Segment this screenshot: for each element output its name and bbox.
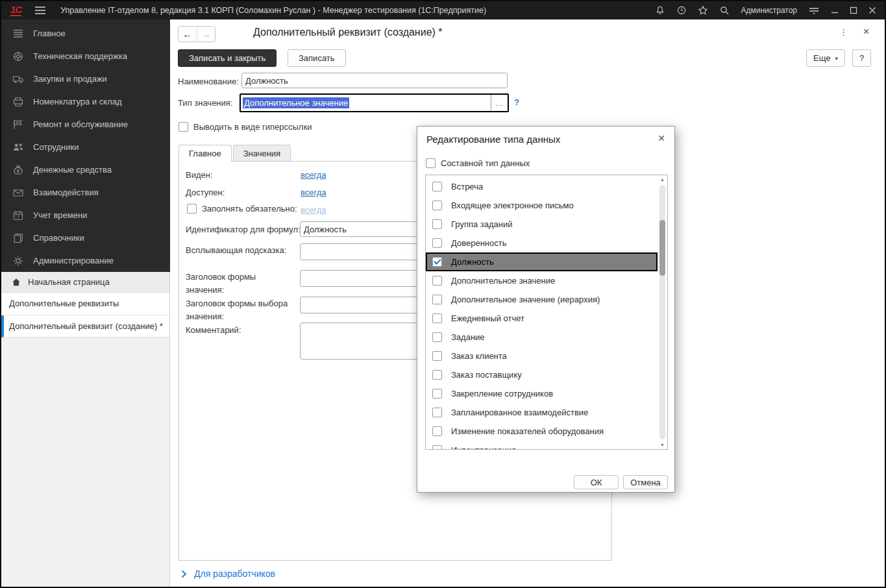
home-page-item[interactable]: Начальная страница <box>1 272 169 293</box>
hyperlink-checkbox-row[interactable]: Выводить в виде гиперссылки <box>178 122 312 132</box>
form-close-icon[interactable]: ✕ <box>863 27 870 36</box>
required-checkbox[interactable] <box>187 204 197 214</box>
scrollbar-track[interactable] <box>659 185 665 439</box>
service-menu-icon[interactable] <box>808 5 820 16</box>
type-row[interactable]: Заказ поставщику <box>426 365 658 384</box>
available-value-link[interactable]: всегда <box>301 188 326 197</box>
hyperlink-checkbox[interactable] <box>178 122 188 132</box>
type-row[interactable]: Входящее электронное письмо <box>426 196 658 215</box>
type-checkbox[interactable] <box>432 351 442 361</box>
notifications-bell-icon[interactable] <box>655 5 665 16</box>
maximize-icon[interactable] <box>850 6 857 14</box>
type-checkbox[interactable] <box>432 408 442 417</box>
close-window-icon[interactable] <box>868 6 876 14</box>
favorites-star-icon[interactable] <box>698 5 708 16</box>
type-checkbox[interactable] <box>432 182 442 191</box>
type-checkbox[interactable] <box>432 238 442 248</box>
ok-button[interactable]: ОК <box>574 475 619 489</box>
page-tab-additional-attributes[interactable]: Дополнительные реквизиты <box>1 293 169 315</box>
save-button[interactable]: Записать <box>288 49 346 67</box>
type-checkbox[interactable] <box>432 332 442 342</box>
type-row[interactable]: Дополнительное значение <box>426 271 658 290</box>
value-type-input[interactable]: Дополнительное значение ... <box>240 93 509 112</box>
type-checkbox[interactable] <box>432 201 442 210</box>
minimize-icon[interactable] <box>831 6 839 14</box>
value-type-ellipsis-button[interactable]: ... <box>491 95 508 111</box>
name-input[interactable] <box>241 73 508 88</box>
type-row[interactable]: Заказ клиента <box>426 347 658 365</box>
sidebar-item-interactions[interactable]: Взаимодействия <box>1 181 170 204</box>
sidebar-item-repair-service[interactable]: Ремонт и обслуживание <box>1 113 170 136</box>
composite-type-checkbox-row[interactable]: Составной тип данных <box>426 158 530 168</box>
sidebar-item-nomenclature-warehouse[interactable]: Номенклатура и склад <box>1 90 170 113</box>
type-row[interactable]: Инвентаризация <box>426 441 658 450</box>
sidebar-item-employees[interactable]: Сотрудники <box>1 136 170 158</box>
sidebar-item-tech-support[interactable]: Техническая поддержка <box>1 45 170 67</box>
type-checkbox[interactable] <box>432 445 442 450</box>
sidebar-item-time-tracking[interactable]: 7 Учет времени <box>1 204 170 227</box>
sidebar-item-money[interactable]: Денежные средства <box>1 158 170 181</box>
comment-label: Комментарий: <box>186 325 241 335</box>
type-checkbox[interactable] <box>432 295 442 304</box>
name-label: Наименование: <box>178 77 239 86</box>
chevron-right-icon <box>181 570 187 578</box>
type-row[interactable]: Встреча <box>426 177 658 196</box>
for-developers-group[interactable]: Для разработчиков <box>181 569 275 579</box>
value-type-help-icon[interactable]: ? <box>514 97 519 107</box>
type-checkbox[interactable] <box>432 276 442 286</box>
type-row-selected[interactable]: Должность <box>426 252 658 271</box>
visible-value-link[interactable]: всегда <box>301 170 326 180</box>
hamburger-menu-icon[interactable] <box>34 6 46 15</box>
more-button[interactable]: Еще ▾ <box>806 49 845 67</box>
search-icon[interactable] <box>719 5 730 16</box>
home-icon <box>11 277 21 288</box>
visible-label: Виден: <box>186 170 213 180</box>
type-row[interactable]: Группа заданий <box>426 215 658 234</box>
mail-icon <box>12 187 24 199</box>
type-row[interactable]: Изменение показателей оборудования <box>426 422 658 441</box>
tab-values[interactable]: Значения <box>233 145 291 162</box>
forward-arrow-icon[interactable]: → <box>197 27 215 42</box>
calendar-icon: 7 <box>12 210 24 221</box>
cancel-button[interactable]: Отмена <box>623 475 668 489</box>
app-window: 1С Управление IT-отделом 8, редакция 3.1… <box>0 0 886 588</box>
list-scrollbar[interactable]: ▲ ▼ <box>658 175 667 449</box>
main-section-icon <box>12 28 24 40</box>
scroll-down-icon[interactable]: ▼ <box>658 443 667 447</box>
type-row[interactable]: Задание <box>426 328 658 347</box>
composite-type-checkbox[interactable] <box>426 158 436 168</box>
sidebar-item-administration[interactable]: Администрирование <box>1 249 170 272</box>
back-arrow-icon[interactable]: ← <box>178 27 197 42</box>
help-button[interactable]: ? <box>852 49 871 67</box>
sidebar-item-main[interactable]: Главное <box>1 22 170 45</box>
required-checkbox-row[interactable]: Заполнять обязательно: <box>187 204 297 214</box>
type-checkbox[interactable] <box>432 426 442 436</box>
sidebar-item-catalogs[interactable]: Справочники <box>1 227 170 249</box>
type-checkbox[interactable] <box>432 313 442 323</box>
tab-main[interactable]: Главное <box>178 145 232 162</box>
truck-icon <box>12 73 24 85</box>
composite-type-label: Составной тип данных <box>441 158 530 168</box>
hyperlink-checkbox-label: Выводить в виде гиперссылки <box>193 122 312 132</box>
sidebar-item-purchases-sales[interactable]: Закупки и продажи <box>1 67 170 90</box>
type-row[interactable]: Доверенность <box>426 234 658 252</box>
type-checkbox[interactable] <box>432 389 442 398</box>
page-tab-additional-attribute-new[interactable]: Дополнительный реквизит (создание) * <box>1 315 169 338</box>
people-icon <box>12 141 24 153</box>
dialog-close-icon[interactable]: ✕ <box>658 133 665 143</box>
history-icon[interactable] <box>676 5 687 16</box>
type-checkbox[interactable] <box>432 370 442 380</box>
type-row[interactable]: Ежедневный отчет <box>426 309 658 328</box>
scroll-up-icon[interactable]: ▲ <box>658 177 667 182</box>
current-user[interactable]: Администратор <box>741 6 797 15</box>
value-type-selected-text: Дополнительное значение <box>243 97 349 108</box>
titlebar: 1С Управление IT-отделом 8, редакция 3.1… <box>1 1 885 19</box>
type-row[interactable]: Запланированное взаимодействие <box>426 403 658 422</box>
type-row[interactable]: Дополнительное значение (иерархия) <box>426 290 658 309</box>
form-menu-kebab-icon[interactable]: ⋮ <box>839 27 848 37</box>
scrollbar-thumb[interactable] <box>659 220 665 276</box>
type-row[interactable]: Закрепление сотрудников <box>426 384 658 403</box>
save-and-close-button[interactable]: Записать и закрыть <box>178 49 277 67</box>
type-checkbox[interactable] <box>432 219 442 229</box>
type-checkbox[interactable] <box>432 257 442 267</box>
